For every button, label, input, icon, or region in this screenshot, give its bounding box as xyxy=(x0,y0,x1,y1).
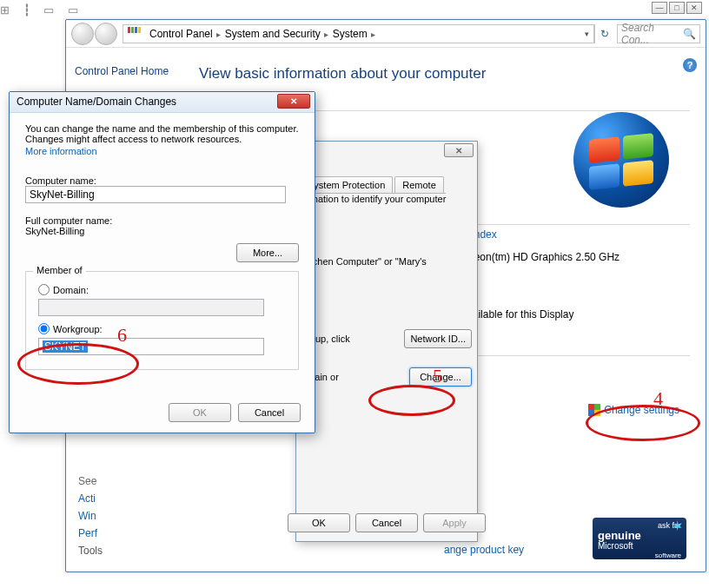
sysprop-ok-button[interactable]: OK xyxy=(288,513,350,532)
maximize-button[interactable]: □ xyxy=(669,2,685,14)
crumb-sys-security[interactable]: System and Security xyxy=(220,28,328,40)
workgroup-value: SKYNET xyxy=(43,340,88,353)
dialog-info-text: You can change the name and the membersh… xyxy=(25,123,299,144)
control-panel-icon xyxy=(127,27,141,41)
computer-name-label: Computer name: xyxy=(25,175,299,186)
annotation-label-5: 5 xyxy=(433,365,442,387)
address-toolbar: Control Panel System and Security System… xyxy=(66,20,706,48)
address-dropdown-icon[interactable]: ▾ xyxy=(580,30,593,38)
change-settings-label: Change settings xyxy=(604,404,679,416)
more-button[interactable]: More... xyxy=(236,243,299,262)
see-also-link[interactable]: Acti xyxy=(78,490,103,507)
search-input[interactable]: Search Con... 🔍 xyxy=(617,24,700,43)
workgroup-radio[interactable]: Workgroup: xyxy=(38,323,286,334)
annotation-label-4: 4 xyxy=(653,387,663,410)
sysprop-tabs: System Protection Remote xyxy=(300,176,446,194)
breadcrumb-bar[interactable]: Control Panel System and Security System… xyxy=(123,24,594,43)
genuine-badge: ask for genuine Microsoft software ✶ xyxy=(593,518,686,559)
see-also-link[interactable]: Tools xyxy=(78,542,103,559)
control-panel-home-link[interactable]: Control Panel Home xyxy=(75,65,175,77)
dialog-title: Computer Name/Domain Changes ✕ xyxy=(10,92,315,113)
minimize-button[interactable]: — xyxy=(652,2,667,14)
page-title: View basic information about your comput… xyxy=(199,65,690,83)
nav-back-button[interactable] xyxy=(71,23,94,45)
change-settings-link[interactable]: Change settings xyxy=(588,404,679,416)
see-also-link[interactable]: Win xyxy=(78,507,103,525)
see-also-link[interactable]: Perf xyxy=(78,525,103,542)
see-also-header: See xyxy=(78,472,103,490)
search-icon: 🔍 xyxy=(683,28,696,40)
domain-radio[interactable]: Domain: xyxy=(38,284,286,295)
rename-cancel-button[interactable]: Cancel xyxy=(238,403,301,422)
see-also: See Acti Win Perf Tools xyxy=(78,472,103,559)
full-computer-name-label: Full computer name: xyxy=(25,215,299,226)
nav-forward-button[interactable] xyxy=(95,23,117,45)
rename-ok-button[interactable]: OK xyxy=(169,403,231,422)
network-id-button[interactable]: Network ID... xyxy=(404,329,472,348)
more-information-link[interactable]: More information xyxy=(25,146,299,156)
sysprop-example: Kitchen Computer" or "Mary's xyxy=(301,256,472,267)
refresh-button[interactable]: ↻ xyxy=(594,24,613,43)
sysprop-apply-button[interactable]: Apply xyxy=(423,513,486,532)
outer-window-strip: ⊞ ┇ ▭ ▭ — □ ✕ xyxy=(0,0,709,19)
workgroup-input[interactable]: SKYNET xyxy=(38,338,264,355)
crumb-system[interactable]: System xyxy=(328,28,374,40)
sysprop-cancel-button[interactable]: Cancel xyxy=(355,513,418,532)
computer-name-dialog: Computer Name/Domain Changes ✕ You can c… xyxy=(9,91,315,433)
tool-glyphs: ⊞ ┇ ▭ ▭ xyxy=(0,3,83,17)
annotation-label-6: 6 xyxy=(117,324,127,347)
sysprop-desc: ormation to identify your computer xyxy=(301,194,472,204)
full-computer-name-value: SkyNet-Billing xyxy=(25,226,299,236)
member-of-legend: Member of xyxy=(33,265,86,275)
domain-input xyxy=(38,299,264,316)
shield-icon xyxy=(588,404,600,416)
close-button[interactable]: ✕ xyxy=(686,2,702,14)
windows-logo-icon xyxy=(573,112,669,208)
search-placeholder: Search Con... xyxy=(621,22,683,46)
product-key-link[interactable]: ange product key xyxy=(444,544,524,556)
system-properties-dialog: ✕ System Protection Remote ormation to i… xyxy=(295,141,478,542)
crumb-control-panel[interactable]: Control Panel xyxy=(144,28,220,40)
sysprop-close-button[interactable]: ✕ xyxy=(444,143,474,157)
member-of-group: Member of Domain: Workgroup: SKYNET xyxy=(25,271,299,370)
dialog-close-button[interactable]: ✕ xyxy=(277,94,310,109)
tab-remote[interactable]: Remote xyxy=(394,176,444,193)
computer-name-input[interactable] xyxy=(25,186,286,203)
